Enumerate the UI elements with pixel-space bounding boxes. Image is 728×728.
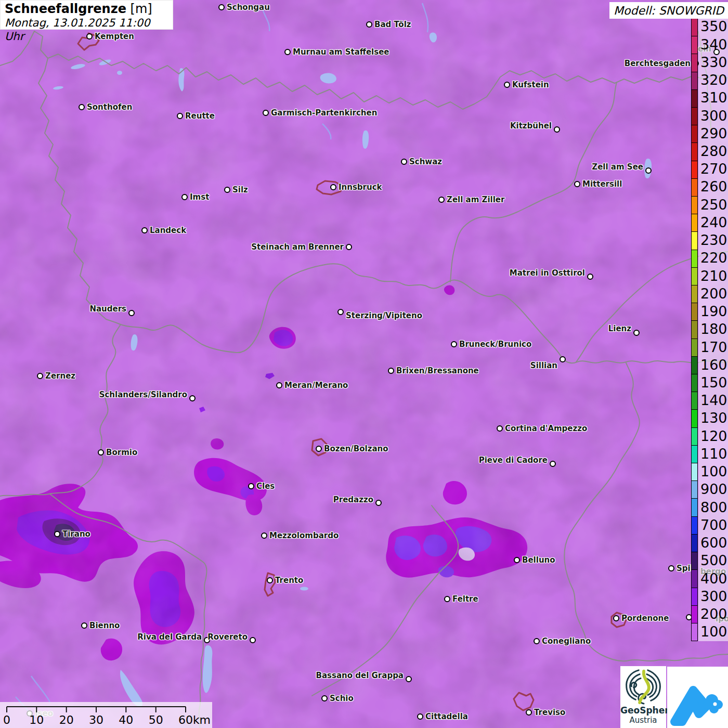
city-marker-dot <box>37 373 43 379</box>
legend-label-1500: 1500 <box>700 374 728 391</box>
city-marker-dot <box>613 615 619 621</box>
city-marker-dot <box>366 21 372 28</box>
legend-label-100: 100 <box>700 623 727 640</box>
city-marker-dot <box>534 638 540 644</box>
legend-color-bar <box>691 18 698 641</box>
city-label: Bienno <box>89 621 120 630</box>
city-label: Conegliano <box>542 636 591 646</box>
legend-label-600: 600 <box>700 535 727 551</box>
city-marker-dot <box>587 274 593 280</box>
city-marker-dot <box>330 184 336 190</box>
legend-cell-2000 <box>692 285 697 303</box>
city-marker-dot <box>668 565 674 571</box>
map-title-text: Schneefallgrenze <box>5 2 126 16</box>
legend-label-1700: 1700 <box>700 339 728 355</box>
city-label: Kitzbühel <box>510 121 552 131</box>
city-marker-dot <box>98 449 104 456</box>
city-label: Cles <box>256 482 275 491</box>
legend-cell-900 <box>692 481 697 499</box>
city-marker-dot <box>388 368 394 374</box>
geosphere-logo-text: GeoSphere Austria <box>620 706 666 725</box>
legend-cell-2600 <box>692 179 697 197</box>
legend-cell-500 <box>692 552 697 570</box>
city-label: Mezzolombardo <box>269 531 339 540</box>
city-label: Pordenone <box>621 614 669 623</box>
city-marker-dot <box>54 531 60 537</box>
city-marker-dot <box>633 330 640 336</box>
city-label: Innsbruck <box>339 183 382 192</box>
legend-label-3300: 3300 <box>700 54 728 70</box>
city-label: Riva del Garda <box>137 632 202 642</box>
legend-cell-2200 <box>692 250 697 268</box>
map-title-unit: [m] <box>131 2 152 16</box>
legend-label-3400: 3400 <box>700 36 728 52</box>
city-marker-dot <box>451 341 457 347</box>
city-marker-dot <box>375 500 382 506</box>
city-label: Imst <box>190 192 209 202</box>
scalebar-label-30: 30 <box>89 713 103 726</box>
city-label: Garmisch-Partenkirchen <box>271 108 377 118</box>
city-label: Sillian <box>530 361 557 370</box>
city-marker-dot <box>218 4 225 10</box>
city-marker-dot <box>321 695 328 701</box>
city-marker-dot <box>550 461 556 467</box>
legend-label-900: 900 <box>700 481 727 497</box>
legend-cell-1400 <box>692 392 697 410</box>
legend-cell-800 <box>692 499 697 516</box>
legend-cell-3200 <box>692 72 697 90</box>
city-marker-dot <box>337 309 344 315</box>
scalebar-label-60km: 60km <box>178 713 211 726</box>
distance-scalebar: 0102030405060km <box>0 702 212 728</box>
city-label: Pieve di Cadore <box>479 456 548 465</box>
legend-cell-600 <box>692 535 697 552</box>
city-marker-dot <box>250 637 256 643</box>
geosphere-logo-line1: GeoSphere <box>620 706 666 716</box>
legend-cell-1600 <box>692 357 697 374</box>
city-label: Meran/Merano <box>284 381 348 390</box>
city-label: Steinach am Brenner <box>251 242 344 252</box>
city-marker-dot <box>526 709 532 716</box>
legend-cell-400 <box>692 570 697 588</box>
city-label: Bozen/Bolzano <box>324 444 388 453</box>
legend-label-500: 500 <box>700 552 727 568</box>
legend-cell-100 <box>692 623 697 641</box>
city-label: Trento <box>275 576 303 585</box>
city-label: Lienz <box>608 324 631 333</box>
legend-label-2000: 2000 <box>700 285 728 301</box>
legend-label-2300: 2300 <box>700 232 728 248</box>
city-label: Predazzo <box>333 495 373 504</box>
legend-cell-2500 <box>692 197 697 214</box>
legend-label-1600: 1600 <box>700 356 728 372</box>
cities-layer: SchongauBad TölzKemptenMurnau am Staffel… <box>0 0 728 728</box>
city-marker-dot <box>248 483 254 489</box>
avalanche-report-logo <box>667 667 728 728</box>
city-marker-dot <box>417 713 423 720</box>
legend-label-2400: 2400 <box>700 214 728 230</box>
city-label: Brixen/Bressanone <box>396 366 479 375</box>
city-marker-dot <box>128 310 135 316</box>
city-label: Silz <box>232 185 248 194</box>
city-label: Rovereto <box>207 632 248 642</box>
city-label: Bad Tölz <box>374 20 411 29</box>
map-title: Schneefallgrenze [m] <box>5 2 168 16</box>
city-label: Landeck <box>150 226 186 235</box>
city-label: Nauders <box>89 304 126 314</box>
city-label: Treviso <box>534 708 565 717</box>
legend-cell-1500 <box>692 374 697 392</box>
legend-cell-300 <box>692 588 697 606</box>
city-marker-dot <box>263 110 269 116</box>
city-marker-dot <box>276 382 282 388</box>
legend-label-1800: 1800 <box>700 321 728 337</box>
city-marker-dot <box>177 113 183 119</box>
city-marker-dot <box>181 194 188 200</box>
city-label: Murnau am Staffelsee <box>293 47 389 57</box>
legend-cell-3100 <box>692 90 697 108</box>
city-label: Bassano del Grappa <box>316 671 404 680</box>
city-label: Zell am See <box>592 162 643 172</box>
legend-cell-1900 <box>692 303 697 321</box>
legend-cell-3400 <box>692 36 697 54</box>
city-label: Berchtesgaden <box>625 59 691 68</box>
legend-cell-700 <box>692 517 697 535</box>
city-marker-dot <box>401 159 407 165</box>
city-label: Schlanders/Silandro <box>99 390 187 399</box>
